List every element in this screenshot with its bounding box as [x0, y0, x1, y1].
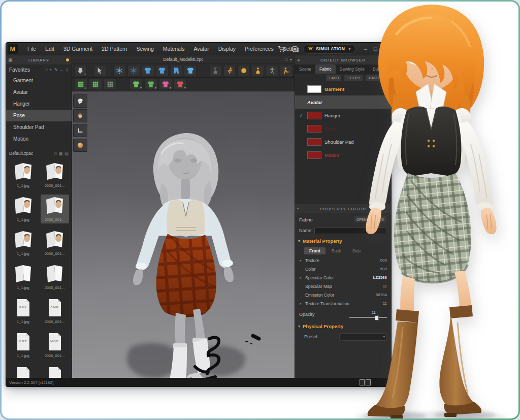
library-thumbnails: 1_1.jpg 0000_001... 1_1.jpg 0000_001... … — [6, 157, 72, 378]
select-move-tool[interactable] — [94, 65, 107, 76]
thumb-item[interactable]: CMT1_1.jpg — [9, 331, 38, 360]
store-cart-icon[interactable] — [277, 44, 286, 53]
avatar-head-tool[interactable] — [73, 109, 87, 122]
thumb-item[interactable]: 1_1.jpg — [9, 229, 38, 257]
menu-edit[interactable]: Edit — [41, 46, 59, 52]
thumb-item[interactable]: 1_1.jpg — [9, 160, 38, 189]
collapse-section-icon[interactable]: • — [297, 206, 299, 211]
map-tab-front[interactable]: Front — [304, 247, 326, 254]
thumb-item[interactable]: 0000_001... — [41, 229, 69, 257]
pattern-board-dim-tool[interactable] — [104, 79, 117, 90]
garment-show-tool[interactable] — [142, 65, 154, 76]
collapse-triangle-icon[interactable]: ▾ — [298, 324, 300, 329]
menu-preferences[interactable]: Preferences — [240, 46, 278, 52]
check-icon[interactable]: ✓ — [298, 113, 304, 118]
avatar-pose-run-tool[interactable] — [223, 65, 236, 76]
viewport-toolbar-top: ▾ — [72, 64, 295, 78]
thumb-item[interactable]: CMP0000_001... — [41, 297, 69, 326]
menu-sewing[interactable]: Sewing — [132, 46, 158, 52]
edit-icon[interactable]: ✎ — [54, 67, 57, 72]
menu-file[interactable]: File — [23, 46, 41, 52]
list-view-icon[interactable]: ▤ — [64, 151, 69, 156]
expand-icon[interactable]: ▸ — [298, 259, 303, 263]
name-label: Name — [299, 228, 311, 233]
simulation-logo-icon — [308, 46, 313, 51]
cloth-object-tool[interactable] — [73, 94, 87, 108]
garment-pink-tool[interactable]: ▾ — [159, 79, 172, 90]
favorites-label: Favorites — [9, 67, 45, 73]
thumb-item[interactable]: 0000_001... — [41, 263, 69, 292]
grid-view-icon[interactable]: ▦ — [59, 151, 63, 156]
pattern-select-tool[interactable]: ▸ — [74, 79, 87, 90]
tab-menu-icon[interactable]: ▾ — [290, 57, 292, 62]
thumb-item[interactable] — [9, 365, 38, 378]
avatar-sit-pose-tool[interactable] — [280, 65, 292, 76]
fabric-swatch[interactable] — [307, 125, 321, 133]
favorites-row: Favorites □ + ✎ ← ≡ — [6, 64, 72, 75]
menu-display[interactable]: Display — [214, 46, 240, 52]
list-icon[interactable]: ≡ — [66, 67, 69, 72]
library-view-toggles: □ ▦ ▤ — [54, 151, 69, 156]
pattern-board-tool[interactable] — [89, 79, 102, 90]
screenshot-stage: M File Edit 3D Garment 2D Pattern Sewing… — [0, 0, 520, 420]
particle-tool[interactable] — [113, 65, 126, 76]
menu-3d-garment[interactable]: 3D Garment — [59, 46, 97, 52]
panel-dock-icon[interactable]: ▣ — [8, 57, 13, 62]
add-icon[interactable]: + — [49, 67, 52, 72]
avatar-dim-tool[interactable] — [209, 65, 222, 76]
garment-green-tool[interactable]: ▾ — [129, 79, 143, 90]
simulate-drop-button[interactable]: ▾ — [74, 65, 87, 76]
fabric-swatch[interactable] — [307, 112, 321, 119]
library-item-hanger[interactable]: Hanger — [6, 98, 72, 110]
collapse-panel-icon[interactable]: ◂ — [297, 57, 300, 62]
expand-icon[interactable]: ▸ — [298, 302, 303, 306]
viewport-3d-model — [123, 128, 265, 378]
menu-avatar[interactable]: Avatar — [189, 46, 213, 52]
library-item-shoulder-pad[interactable]: Shoulder Pad — [6, 121, 72, 133]
thumb-item[interactable]: FBX1_1.jpg — [9, 297, 38, 326]
garment-pair-tool[interactable] — [156, 65, 169, 76]
sphere-tool[interactable] — [73, 139, 87, 152]
library-item-garment[interactable]: Garment — [6, 75, 72, 86]
menu-materials[interactable]: Materials — [158, 46, 189, 52]
pants-tool[interactable] — [170, 65, 183, 76]
float-window-icon[interactable]: □ — [285, 57, 287, 62]
viewport-toolbar-bottom: ▸ ▾ ▾ ▾ ▾ — [72, 78, 295, 91]
skeleton-tool[interactable] — [266, 65, 278, 76]
thumb-item[interactable]: MOD0000_001... — [41, 331, 69, 360]
fabric-swatch[interactable] — [307, 151, 321, 159]
record-icon[interactable] — [290, 44, 299, 53]
tab-scene[interactable]: Scene — [295, 64, 315, 74]
viewport-tab-title[interactable]: Default_Modelist.zpc — [164, 57, 204, 62]
thumb-item[interactable] — [41, 365, 69, 378]
library-item-pose[interactable]: Pose — [6, 110, 72, 121]
viewport-tab-bar: Default_Modelist.zpc □ ▾ — [72, 55, 295, 64]
viewport-3d-canvas[interactable] — [72, 91, 295, 378]
avatar-sphere-tool[interactable] — [237, 65, 250, 76]
library-title: LIBRARY — [28, 58, 49, 62]
library-file-name: Default.zpac — [9, 151, 54, 156]
library-item-avatar[interactable]: Avatar — [6, 86, 72, 98]
fabric-swatch[interactable] — [307, 138, 321, 146]
garment-solid-tool[interactable] — [184, 65, 197, 76]
library-item-motion[interactable]: Motion — [6, 133, 72, 145]
particle-drop-tool[interactable] — [127, 65, 140, 76]
thumb-copy-icon[interactable]: □ — [54, 151, 57, 156]
library-header: ▣ LIBRARY — [6, 55, 72, 64]
thumb-item[interactable]: 0000_001... — [41, 160, 69, 189]
expand-icon[interactable]: ▸ — [298, 276, 303, 280]
corner-tool[interactable] — [73, 124, 87, 137]
thumb-item[interactable]: 1_1.jpg — [9, 263, 38, 292]
thumb-item[interactable]: 1_1.jpg — [9, 195, 38, 223]
collapse-triangle-icon[interactable]: ▾ — [298, 239, 300, 243]
app-logo: M — [8, 44, 18, 54]
fabric-swatch[interactable] — [307, 85, 321, 93]
garment-red-tool[interactable]: ▾ — [174, 79, 187, 90]
avatar-show-tool[interactable] — [251, 65, 264, 76]
menu-2d-pattern[interactable]: 2D Pattern — [97, 46, 132, 52]
thumb-item-selected[interactable]: 0000_001... — [41, 195, 69, 223]
garment-green-alt-tool[interactable]: ▾ — [144, 79, 157, 90]
back-icon[interactable]: ← — [60, 67, 64, 72]
viewport-side-tools — [73, 94, 87, 152]
copy-icon[interactable]: □ — [45, 67, 47, 72]
